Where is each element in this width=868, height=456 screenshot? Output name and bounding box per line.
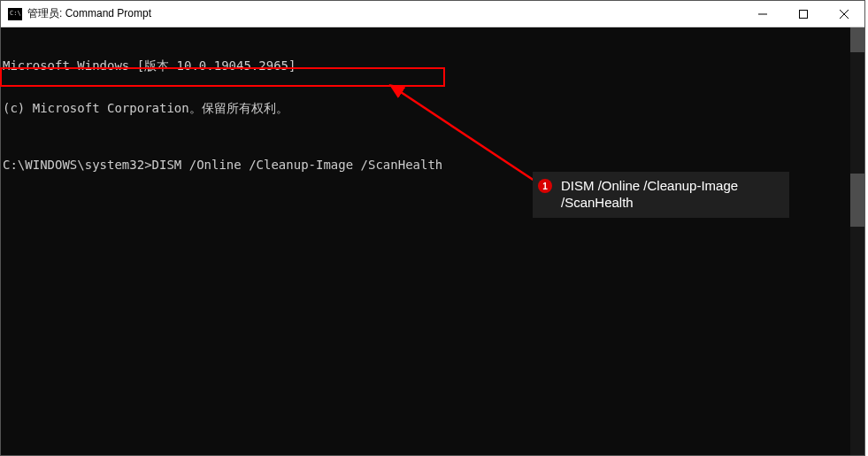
terminal-line: Microsoft Windows [版本 10.0.19045.2965] (3, 58, 849, 73)
scrollbar-track[interactable] (850, 27, 864, 455)
window-title: 管理员: Command Prompt (27, 6, 742, 21)
minimize-button[interactable] (742, 1, 783, 27)
command-text: DISM /Online /Cleanup-Image /ScanHealth (152, 158, 443, 172)
terminal-body[interactable]: Microsoft Windows [版本 10.0.19045.2965] (… (1, 27, 850, 455)
close-icon (840, 10, 849, 19)
maximize-button[interactable] (783, 1, 824, 27)
maximize-icon (799, 10, 808, 19)
scrollbar-thumb[interactable] (850, 27, 864, 52)
cmd-icon (8, 8, 22, 20)
annotation-text: DISM /Online /Cleanup-Image /ScanHealth (561, 177, 780, 211)
command-prompt-window: 管理员: Command Prompt Microsoft Windows [版… (0, 0, 865, 456)
window-controls (742, 1, 864, 27)
prompt-text: C:\WINDOWS\system32> (3, 158, 152, 172)
titlebar[interactable]: 管理员: Command Prompt (1, 1, 864, 27)
scrollbar-thumb[interactable] (850, 174, 864, 227)
minimize-icon (758, 10, 767, 19)
annotation-callout: 1 DISM /Online /Cleanup-Image /ScanHealt… (533, 172, 789, 218)
close-button[interactable] (824, 1, 864, 27)
svg-rect-1 (800, 10, 808, 18)
terminal-line: (c) Microsoft Corporation。保留所有权利。 (3, 101, 849, 115)
annotation-badge: 1 (538, 179, 552, 193)
terminal-area: Microsoft Windows [版本 10.0.19045.2965] (… (1, 27, 864, 455)
terminal-prompt-line: C:\WINDOWS\system32>DISM /Online /Cleanu… (3, 158, 849, 172)
